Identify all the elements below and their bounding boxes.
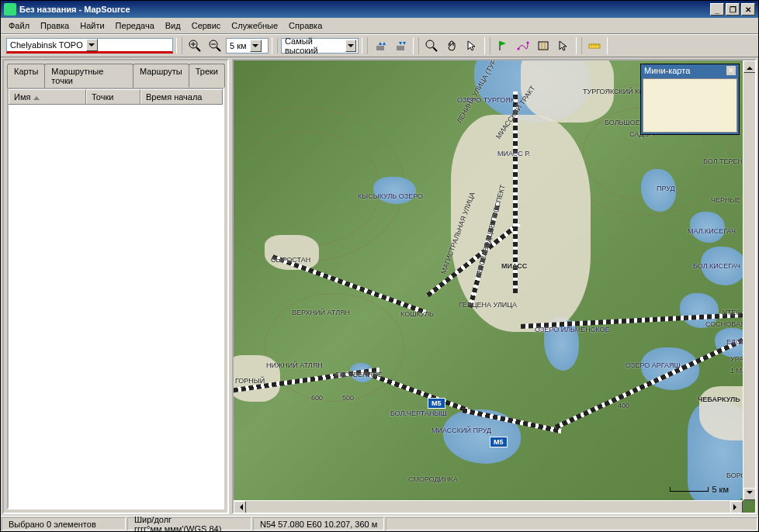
menu-help[interactable]: Справка bbox=[284, 19, 327, 32]
place-label: НИЖНИЙ АТЛЯН bbox=[266, 361, 323, 369]
scale-value: 5 км bbox=[230, 41, 247, 50]
scroll-up-button[interactable] bbox=[743, 60, 756, 73]
transfer-to-device-button[interactable] bbox=[371, 37, 390, 54]
scroll-right-button[interactable] bbox=[730, 501, 743, 513]
route-tool-button[interactable] bbox=[514, 37, 532, 54]
lake-label: МИАССКИЙ ПРУД bbox=[431, 427, 491, 434]
zoom-tool-button[interactable] bbox=[422, 37, 441, 54]
sort-asc-icon bbox=[33, 96, 40, 100]
detail-combo[interactable]: Самый высокий bbox=[281, 38, 359, 54]
menu-utilities[interactable]: Служебные bbox=[227, 19, 282, 32]
app-icon bbox=[4, 3, 16, 16]
place-label: ВЕРХНИЙ АТЛЯН bbox=[292, 309, 350, 316]
highway-badge: М5 bbox=[490, 437, 508, 447]
col-points[interactable]: Точки bbox=[86, 89, 140, 104]
highway-badge: М5 bbox=[428, 398, 445, 409]
detail-value: Самый высокий bbox=[285, 36, 342, 55]
svg-point-13 bbox=[527, 42, 529, 44]
side-panel: Карты Маршрутные точки Маршруты Треки Им… bbox=[2, 59, 229, 514]
window-title: Без названия - MapSource bbox=[19, 5, 709, 14]
status-format: Шир/долг гггг°мм.ммм'(WGS 84) bbox=[127, 517, 251, 530]
menu-file[interactable]: Файл bbox=[4, 19, 34, 32]
place-label: СЫРОСТАН bbox=[271, 256, 310, 264]
select-tool-button[interactable] bbox=[463, 37, 481, 54]
measure-tool-button[interactable] bbox=[585, 37, 604, 54]
scale-bar: 5 км bbox=[670, 485, 729, 494]
title-bar: Без названия - MapSource _ ❐ ✕ bbox=[1, 1, 758, 18]
waypoint-tool-button[interactable] bbox=[494, 37, 512, 54]
menu-transfer[interactable]: Передача bbox=[111, 19, 159, 32]
maximize-button[interactable]: ❐ bbox=[726, 3, 740, 16]
status-bar: Выбрано 0 элементов Шир/долг гггг°мм.ммм… bbox=[1, 516, 758, 531]
lake-label: БОЛ.КИСЕГАЧ bbox=[693, 262, 740, 270]
svg-rect-14 bbox=[539, 42, 548, 50]
scroll-down-button[interactable] bbox=[743, 488, 756, 500]
scale-combo[interactable]: 5 км bbox=[226, 38, 269, 54]
scroll-left-button[interactable] bbox=[234, 501, 246, 513]
lake-label: ОЗЕРО АРГАЯШ bbox=[626, 361, 681, 369]
chevron-down-icon[interactable] bbox=[250, 40, 262, 52]
place-label: ЧЕРНЫЕ bbox=[711, 196, 740, 204]
elev-label: 600 bbox=[311, 394, 323, 402]
svg-line-10 bbox=[433, 47, 437, 51]
place-label: БОЛ.ТЕРЕНК bbox=[703, 157, 747, 165]
map-view[interactable]: М5 М5 600 500 400 ОЗЕРО ТУРГОЯК ТУРГОЯКС… bbox=[232, 59, 757, 514]
status-selected: Выбрано 0 элементов bbox=[2, 517, 126, 530]
menu-edit[interactable]: Правка bbox=[36, 19, 74, 32]
menu-bar: Файл Правка Найти Передача Вид Сервис Сл… bbox=[1, 18, 758, 34]
minimap-view[interactable] bbox=[643, 78, 737, 133]
menu-tools[interactable]: Сервис bbox=[187, 19, 226, 32]
tab-tracks[interactable]: Треки bbox=[189, 64, 225, 88]
zoom-out-button[interactable] bbox=[206, 37, 224, 54]
svg-line-5 bbox=[217, 47, 220, 51]
horizontal-scrollbar[interactable] bbox=[234, 500, 743, 513]
menu-find[interactable]: Найти bbox=[75, 19, 109, 32]
status-coords: N54 57.080 E60 10.207, 360 м bbox=[253, 517, 384, 530]
place-label: ЛИСТВЕННОЕ bbox=[334, 371, 383, 378]
chevron-down-icon[interactable] bbox=[345, 40, 356, 52]
vertical-scrollbar[interactable] bbox=[743, 60, 755, 500]
place-label: ГОРНЫЙ bbox=[235, 377, 265, 385]
minimap-title: Мини-карта bbox=[644, 66, 690, 75]
tab-routes[interactable]: Маршруты bbox=[133, 64, 189, 88]
city-label: МИАСС bbox=[501, 262, 527, 270]
lake-label: МАЛ.КИСЕГАЧ bbox=[688, 227, 736, 235]
track-table: Имя Точки Время начала bbox=[7, 88, 224, 510]
svg-point-9 bbox=[426, 40, 434, 48]
hand-tool-button[interactable] bbox=[442, 37, 461, 54]
lake-label: БОЛ.ЧЕРТАНЫШ bbox=[390, 409, 447, 417]
city-label: ЧЕБАРКУЛЬ bbox=[698, 396, 740, 403]
toolbar: Chelyabinsk TOPO 5 км Самый высокий bbox=[1, 34, 758, 57]
zoom-in-button[interactable] bbox=[185, 37, 204, 54]
elev-label: 400 bbox=[618, 402, 629, 409]
minimize-button[interactable]: _ bbox=[710, 3, 724, 16]
river-label: МИАСС Р. bbox=[497, 150, 530, 157]
map-product-combo[interactable]: Chelyabinsk TOPO bbox=[6, 38, 173, 54]
pointer-tool-button[interactable] bbox=[554, 37, 573, 54]
svg-rect-8 bbox=[397, 46, 404, 50]
place-label: СМОРОДИНКА bbox=[408, 475, 458, 483]
minimap-panel[interactable]: Мини-карта ✕ bbox=[640, 64, 740, 135]
elev-label: 500 bbox=[342, 394, 354, 402]
lake-label: КЫСЫКУЛЬ ОЗЕРО bbox=[358, 192, 423, 200]
transfer-from-device-button[interactable] bbox=[391, 37, 410, 54]
map-product-value: Chelyabinsk TOPO bbox=[10, 40, 83, 50]
lake-label: ПРУД bbox=[657, 185, 675, 192]
close-button[interactable]: ✕ bbox=[741, 3, 755, 16]
svg-line-1 bbox=[196, 47, 200, 51]
place-label: КОШКУЛЬ bbox=[400, 310, 434, 318]
table-body[interactable] bbox=[9, 105, 223, 508]
place-label: УТЕС bbox=[723, 309, 741, 316]
table-header: Имя Точки Время начала bbox=[9, 89, 223, 105]
col-name[interactable]: Имя bbox=[9, 89, 86, 104]
chevron-down-icon[interactable] bbox=[86, 39, 98, 51]
menu-view[interactable]: Вид bbox=[161, 19, 185, 32]
col-starttime[interactable]: Время начала bbox=[140, 89, 223, 104]
svg-point-12 bbox=[518, 48, 520, 50]
tab-waypoints[interactable]: Маршрутные точки bbox=[44, 64, 133, 88]
minimap-close-button[interactable]: ✕ bbox=[726, 66, 736, 75]
tab-maps[interactable]: Карты bbox=[7, 64, 45, 88]
tab-bar: Карты Маршрутные точки Маршруты Треки bbox=[7, 64, 224, 88]
content-area: Карты Маршрутные точки Маршруты Треки Им… bbox=[1, 57, 758, 516]
map-tool-button[interactable] bbox=[534, 37, 553, 54]
